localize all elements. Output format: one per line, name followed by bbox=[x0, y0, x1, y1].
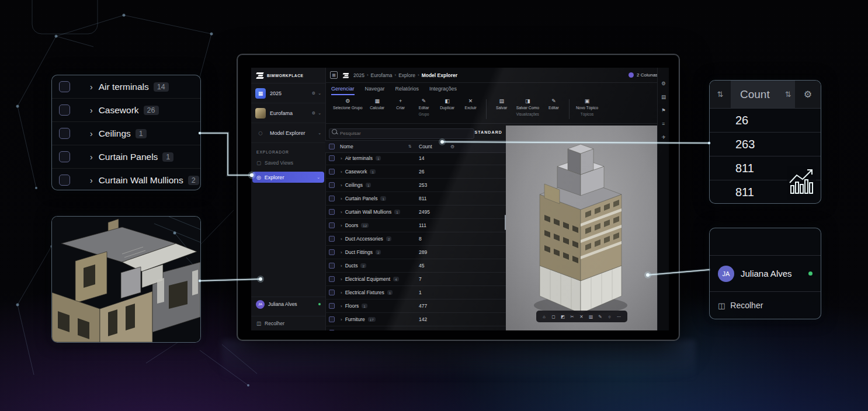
table-row[interactable]: › Furniture 17 142 bbox=[325, 313, 506, 326]
toolbar-button[interactable]: + Criar bbox=[389, 98, 412, 110]
list-item[interactable]: › Casework 26 bbox=[52, 99, 200, 122]
column-header-nome[interactable]: Nome bbox=[340, 144, 353, 149]
row-checkbox[interactable] bbox=[329, 155, 335, 161]
search-input[interactable] bbox=[329, 128, 474, 139]
viewer-tool-icon[interactable]: ◻ bbox=[550, 314, 557, 319]
avatar[interactable] bbox=[629, 72, 634, 78]
user-row[interactable]: JA Juliana Alves bbox=[710, 256, 821, 292]
column-header-count[interactable]: Count bbox=[419, 144, 432, 149]
viewer-tool-icon[interactable]: ◩ bbox=[560, 314, 567, 319]
row-checkbox[interactable] bbox=[329, 169, 335, 175]
chevron-right-icon[interactable]: › bbox=[90, 129, 93, 138]
table-row[interactable]: › Electrical Fixtures 1 1 bbox=[325, 286, 506, 299]
row-checkbox[interactable] bbox=[329, 236, 335, 242]
breadcrumb-item[interactable]: Eurofama bbox=[371, 72, 393, 78]
sort-icon[interactable]: ⇅ bbox=[408, 144, 412, 149]
viewer-tool-icon[interactable]: ✂ bbox=[569, 314, 576, 319]
toolbar-button[interactable]: ◧ Duplicar bbox=[436, 98, 459, 110]
apps-grid-icon[interactable]: ▦ bbox=[330, 71, 338, 79]
row-checkbox[interactable] bbox=[329, 196, 335, 201]
toolbar-button[interactable]: ▣ Novo Tópico bbox=[573, 98, 601, 110]
tab-relatorios[interactable]: Relatórios bbox=[395, 86, 419, 95]
table-row[interactable]: › Ceilings 1 253 bbox=[325, 179, 506, 192]
tab-integracoes[interactable]: Integrações bbox=[429, 86, 457, 95]
table-row[interactable]: › Ducts 2 45 bbox=[325, 259, 506, 273]
row-checkbox[interactable] bbox=[329, 209, 335, 215]
table-row[interactable]: › Duct Accessories 2 8 bbox=[325, 232, 506, 246]
standard-preset-button[interactable]: STANDARD bbox=[474, 130, 502, 134]
item-checkbox[interactable] bbox=[59, 105, 70, 116]
breadcrumb-item[interactable]: 2025 bbox=[353, 72, 364, 78]
table-row[interactable]: › Landings 3 24 bbox=[325, 326, 506, 330]
chevron-right-icon[interactable]: › bbox=[341, 210, 342, 215]
table-row[interactable]: › Duct Fittings 2 289 bbox=[325, 246, 506, 259]
strip-icon[interactable]: ▤ bbox=[661, 94, 666, 100]
strip-icon[interactable]: ✈ bbox=[661, 134, 665, 140]
sidebar-item-saved-views[interactable]: ▢ Saved Views bbox=[251, 158, 325, 168]
chevron-right-icon[interactable]: › bbox=[341, 304, 342, 309]
item-checkbox[interactable] bbox=[59, 128, 70, 139]
sidebar-item-workspace[interactable]: ▦ 2025 ⚙⌄ bbox=[251, 83, 325, 103]
sort-icon[interactable]: ⇅ bbox=[785, 90, 791, 99]
columns-selector[interactable]: 2 Colunas bbox=[637, 72, 658, 78]
chevron-right-icon[interactable]: › bbox=[90, 106, 93, 115]
strip-icon[interactable]: ⚙ bbox=[661, 81, 666, 86]
row-checkbox[interactable] bbox=[329, 330, 335, 330]
chevron-right-icon[interactable]: › bbox=[341, 169, 342, 175]
item-checkbox[interactable] bbox=[59, 81, 70, 92]
chevron-right-icon[interactable]: › bbox=[341, 196, 342, 201]
list-item[interactable]: › Ceilings 1 bbox=[52, 122, 200, 145]
scrollbar-thumb[interactable] bbox=[505, 215, 506, 230]
chevron-right-icon[interactable]: › bbox=[341, 250, 342, 255]
collapse-button[interactable]: ◫ Recolher bbox=[710, 292, 821, 319]
viewer-tool-icon[interactable]: ⌂ bbox=[541, 314, 548, 319]
chevron-right-icon[interactable]: › bbox=[341, 290, 342, 295]
list-item[interactable]: › Curtain Wall Mullions 2 bbox=[52, 169, 200, 191]
tab-gerenciar[interactable]: Gerenciar bbox=[331, 86, 355, 95]
chevron-right-icon[interactable]: › bbox=[341, 277, 342, 282]
chevron-right-icon[interactable]: › bbox=[90, 82, 93, 92]
row-checkbox[interactable] bbox=[329, 222, 335, 228]
strip-icon[interactable]: ⚑ bbox=[661, 107, 666, 113]
table-row[interactable]: › Curtain Wall Mullions 1 2495 bbox=[325, 206, 506, 219]
row-checkbox[interactable] bbox=[329, 263, 335, 269]
row-checkbox[interactable] bbox=[329, 182, 335, 188]
table-row[interactable]: › Air terminals 1 14 bbox=[325, 152, 506, 165]
chevron-right-icon[interactable]: › bbox=[341, 317, 342, 322]
sort-icon[interactable]: ⇅ bbox=[710, 81, 731, 108]
toolbar-button[interactable]: ✎ Editar bbox=[542, 98, 565, 110]
sidebar-item-project[interactable]: Eurofama ⚙⌄ bbox=[251, 103, 325, 123]
table-row[interactable]: › Casework 1 26 bbox=[325, 165, 506, 179]
viewer-tool-icon[interactable]: ⋯ bbox=[616, 314, 623, 319]
sidebar-item-tool[interactable]: ◌ Model Explorer ⌄ bbox=[251, 123, 325, 143]
table-row[interactable]: › Curtain Panels 1 811 bbox=[325, 192, 506, 206]
row-checkbox[interactable] bbox=[329, 303, 335, 309]
list-item[interactable]: › Curtain Panels 1 bbox=[52, 145, 200, 169]
table-row[interactable]: › Electrical Equipment 4 7 bbox=[325, 273, 506, 286]
chevron-right-icon[interactable]: › bbox=[341, 183, 342, 188]
row-checkbox[interactable] bbox=[329, 276, 335, 282]
chevron-right-icon[interactable]: › bbox=[90, 176, 93, 185]
sidebar-user[interactable]: JA Juliana Alves bbox=[251, 297, 325, 311]
chevron-right-icon[interactable]: › bbox=[341, 330, 342, 331]
tab-navegar[interactable]: Navegar bbox=[365, 86, 385, 95]
viewer-tool-icon[interactable]: ✕ bbox=[578, 314, 585, 319]
viewer-tool-icon[interactable]: ▥ bbox=[588, 314, 595, 319]
select-group-button[interactable]: ⚙ Selecione Grupo bbox=[330, 98, 366, 110]
chevron-right-icon[interactable]: › bbox=[341, 223, 342, 228]
toolbar-button[interactable]: ◨ Salvar Como bbox=[513, 98, 542, 110]
chevron-right-icon[interactable]: › bbox=[341, 156, 342, 161]
strip-icon[interactable]: ≡ bbox=[662, 121, 665, 127]
row-checkbox[interactable] bbox=[329, 290, 335, 295]
toolbar-button[interactable]: ▦ Calcular bbox=[366, 98, 389, 110]
chevron-right-icon[interactable]: › bbox=[341, 263, 342, 269]
model-viewer[interactable]: ⌂◻◩✂✕▥✎○⋯ bbox=[506, 126, 657, 330]
toolbar-button[interactable]: ✕ Excluir bbox=[459, 98, 482, 110]
item-checkbox[interactable] bbox=[59, 151, 70, 162]
breadcrumb-item[interactable]: Explore bbox=[398, 72, 415, 78]
row-checkbox[interactable] bbox=[329, 249, 335, 255]
viewer-tool-icon[interactable]: ✎ bbox=[597, 314, 604, 319]
chevron-right-icon[interactable]: › bbox=[341, 236, 342, 242]
toolbar-button[interactable]: ▤ Salvar bbox=[490, 98, 513, 110]
item-checkbox[interactable] bbox=[59, 175, 70, 186]
